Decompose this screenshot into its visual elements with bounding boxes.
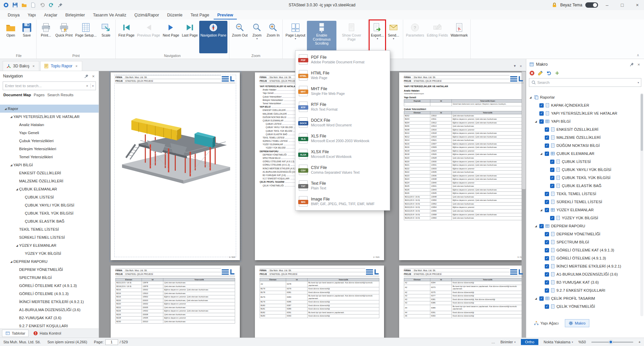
menu-tab-dosya[interactable]: Dosya	[4, 11, 23, 19]
nav-tree-item-deprem-raporu[interactable]: ◢DEPREM RAPORU	[0, 257, 99, 266]
makro-tree-item-cubuk-li-stesi[interactable]: ✓ÇUBUK LİSTESİ	[526, 158, 640, 166]
makro-tree-item-cubuk-teki-l-yuk-bi-lgi-si[interactable]: ✓ÇUBUK TEKİL YÜK BİLGİSİ	[526, 174, 640, 182]
nav-tab-pages[interactable]: Pages	[34, 93, 45, 97]
close-button[interactable]: ×	[631, 0, 643, 10]
makro-tree-item-deprem-raporu[interactable]: ◢✓DEPREM RAPORU	[526, 222, 640, 230]
menu-tab-yapi[interactable]: Yapı	[24, 11, 40, 19]
preview-page-3[interactable]: FIRMA: Sta Muh. Mus. Ltd. Sti.PROJE: STA…	[399, 72, 526, 260]
clear-macro-icon[interactable]	[529, 70, 535, 76]
export-option-pdf[interactable]: PDFPDF FileAdobe Portable Document Forma…	[296, 52, 390, 67]
makro-tree-item-malzeme-ozelli-kleri[interactable]: ✓MALZEME ÖZELLİKLERİ	[526, 133, 640, 141]
quick-customize-icon[interactable]	[58, 2, 63, 8]
nav-tree-item-goreli-oteleme-kat-4-9-1-3[interactable]: GÖRELİ ÖTELEME KAT (4.9.1.3)	[0, 282, 99, 290]
checkbox[interactable]: ✓	[550, 176, 554, 180]
clear-search-icon[interactable]: ×	[85, 84, 89, 88]
ribbon-first-page-button[interactable]: First Page	[117, 21, 136, 53]
makro-tree-item-goreli-oteleme-kat-4-9-1-3[interactable]: ✓GÖRELİ ÖTELEME KAT (4.9.1.3)	[526, 246, 640, 254]
checkbox[interactable]: ✓	[550, 160, 554, 164]
menu-tab-cizim-rapor[interactable]: Çizim&Rapor	[131, 11, 163, 19]
checkbox[interactable]: ✓	[550, 216, 554, 220]
preview-page-4[interactable]: FIRMA: Sta Muh. Mus. Ltd. Sti.PROJE: STA…	[111, 266, 240, 338]
makro-tree-item-yuzey-elemanlar[interactable]: ◢✓YÜZEY ELEMANLAR	[526, 206, 640, 214]
makro-tree-item-surekli-temel-li-stesi[interactable]: ✓SÜREKLİ TEMEL LİSTESİ	[526, 198, 640, 206]
edit-macro-icon[interactable]	[538, 70, 543, 76]
doc-tab-3d-bakis[interactable]: 3D Bakış×	[3, 61, 39, 71]
makro-tree-item-cubuk-yayili-yuk-bi-lgi-si[interactable]: ✓ÇUBUK YAYILI YÜK BİLGİSİ	[526, 166, 640, 174]
zoom-slider-thumb[interactable]	[609, 340, 613, 344]
nav-tree-item-cubuk-yetersizlikleri[interactable]: Çubuk Yetersizlikleri	[0, 137, 99, 145]
pin-icon[interactable]	[84, 74, 89, 78]
nav-tree-item-cubuk-teki-l-yuk-bi-lgi-si[interactable]: ÇUBUK TEKİL YÜK BİLGİSİ	[0, 209, 99, 217]
bottom-tab-tablolar[interactable]: Tablolar	[2, 330, 29, 337]
preview-page-5[interactable]: FIRMA: Sta Muh. Mus. Ltd. Sti.PROJE: STA…	[255, 266, 384, 338]
ribbon-open-button[interactable]: Open	[3, 21, 18, 53]
checkbox[interactable]: ✓	[545, 200, 549, 204]
preview-scrollbar[interactable]	[522, 71, 526, 338]
ribbon-next-page-button[interactable]: Next Page	[162, 21, 180, 53]
export-option-mht[interactable]: MHTMHT FileSingle File Web Page	[296, 83, 390, 99]
checkbox[interactable]: ✓	[539, 224, 544, 228]
zoom-in-button[interactable]: +	[639, 340, 641, 344]
tab-list-chevron-icon[interactable]: ▾	[514, 64, 516, 68]
export-option-txt[interactable]: TXTText FilePlain Text	[296, 178, 390, 193]
nav-tree-item-b2-yumusak-kat-3-6[interactable]: B2-YUMUŞAK KAT (3.6)	[0, 314, 99, 322]
checkbox[interactable]: ✓	[545, 272, 549, 277]
makro-tree-item-cubuk-elasti-k-bag[interactable]: ✓ÇUBUK ELASTİK BAĞ	[526, 182, 640, 190]
maximize-button[interactable]: □	[616, 0, 628, 10]
checkbox[interactable]: ✓	[550, 184, 554, 188]
makro-tree-item-9-2-7-enkesi-t-kosullari[interactable]: ✓9.2.7 ENKESİT KOŞULLARI	[526, 286, 640, 294]
app-logo-icon[interactable]	[3, 2, 9, 8]
nav-tab-search-results[interactable]: Search Results	[47, 93, 73, 97]
checkbox[interactable]: ✓	[539, 296, 544, 301]
ribbon-zoom-out-button[interactable]: Zoom Out	[231, 21, 249, 53]
checkbox[interactable]: ✓	[545, 248, 549, 252]
ribbon-send-button[interactable]: Send...▾	[386, 21, 401, 53]
ortho-toggle[interactable]: Ortho	[521, 339, 538, 345]
export-option-docx[interactable]: DOCXDOCX FileMicrosoft Word Document	[296, 115, 390, 130]
makro-tree-item-enkesi-t-ozelli-kleri[interactable]: ✓ENKESİT ÖZELLİKLERİ	[526, 125, 640, 133]
nav-tree-item-spectrum-bi-lgi[interactable]: SPECTRUM BİLGİ	[0, 274, 99, 282]
nav-tree-item-yapi-geneli[interactable]: Yapı Geneli	[0, 129, 99, 137]
close-document-icon[interactable]: ×	[520, 64, 522, 68]
scrollbar-thumb[interactable]	[522, 72, 526, 189]
quick-redo-icon[interactable]	[49, 2, 54, 8]
checkbox[interactable]: ✓	[545, 280, 549, 285]
checkbox[interactable]: ✓	[545, 256, 549, 261]
checkbox[interactable]: ✓	[550, 168, 554, 172]
page-number-input[interactable]	[105, 339, 118, 345]
makro-tree-item-spectrum-bi-lgi[interactable]: ✓SPECTRUM BİLGİ	[526, 238, 640, 246]
ribbon-collapse-icon[interactable]: ∧	[637, 53, 639, 57]
makro-tree-item-kapak-i-ci-ndeki-ler[interactable]: ✓KAPAK-İÇİNDEKİLER	[526, 101, 640, 109]
makro-tree-item-yapi-yetersi-zli-kler-ve-hatalar[interactable]: ✓YAPI YETERSİZLİKLER VE HATALAR	[526, 109, 640, 117]
overflow-button[interactable]: …	[491, 340, 495, 344]
nav-tree-item-birlesim-yetersizlikleri[interactable]: Birleşim Yetersizlikleri	[0, 145, 99, 153]
zoom-slider[interactable]	[591, 342, 633, 343]
nav-tree-item-a1-burulma-duzensi-zli-gi-3-6[interactable]: A1-BURULMA DÜZENSİZLİĞİ (3.6)	[0, 306, 99, 314]
checkbox[interactable]: ✓	[539, 119, 544, 124]
ribbon-page-layout-button[interactable]: Page Layout▾	[284, 21, 306, 53]
makro-tree-item-teki-l-temel-li-stesi[interactable]: ✓TEKİL TEMEL LİSTESİ	[526, 190, 640, 198]
ribbon-enable-continuous-scrolling-button[interactable]: Enable Continuous Scrolling	[307, 21, 336, 53]
export-option-img[interactable]: IMGImage FileBMP, GIF, JPEG, PNG, TIFF, …	[296, 193, 390, 209]
makro-tree-item-yapi-bi-lgi[interactable]: ◢✓YAPI BİLGİ	[526, 117, 640, 125]
nav-tree-item-temel-yetersizlikleri[interactable]: Temel Yetersizlikleri	[0, 153, 99, 161]
makro-tree-item-celi-k-yonetmeli-gi[interactable]: ✓ÇELİK YÖNETMELİĞİ	[526, 302, 640, 310]
close-panel-icon[interactable]: ×	[636, 62, 641, 67]
ribbon-zoom-button[interactable]: Zoom▾	[249, 21, 265, 53]
nav-tab-document-map[interactable]: Document Map	[3, 93, 31, 97]
checkbox[interactable]: ✓	[545, 232, 549, 236]
makro-tree-item-raporlar[interactable]: ◢Raporlar	[526, 93, 640, 101]
quick-new-icon[interactable]	[31, 2, 36, 8]
nav-tree-item-yuzey-yuk-bi-lgi-si[interactable]: YÜZEY YÜK BİLGİSİ	[0, 249, 99, 257]
makro-tree-item-i-ki-nci-mertebe-etki-leri-4-9-2-1[interactable]: ✓İKİNCİ MERTEBE ETKİLERİ (4.9.2.1)	[526, 262, 640, 270]
makro-tree-item-b2-yumusak-kat-3-6[interactable]: ✓B2-YUMUŞAK KAT (3.6)	[526, 278, 640, 286]
export-option-xls[interactable]: XLSXLS FileMicrosoft Excel 2000-2003 Wor…	[296, 130, 390, 146]
makro-tab-makro[interactable]: Makro	[565, 319, 589, 327]
nav-tree-item-cubuk-elasti-k-bag[interactable]: ÇUBUK ELASTİK BAĞ	[0, 217, 99, 225]
menu-tab-test-page[interactable]: Test Page	[187, 11, 213, 19]
preview-page-1[interactable]: FIRMA: Sta Muh. Mus. Ltd. Sti.PROJE: STA…	[111, 72, 240, 260]
navigation-search-box[interactable]: × ▾	[3, 81, 96, 90]
nav-tree-item-teki-l-temel-li-stesi[interactable]: TEKİL TEMEL LİSTESİ	[0, 225, 99, 233]
checkbox[interactable]: ✓	[539, 103, 544, 108]
checkbox[interactable]: ✓	[545, 143, 549, 148]
